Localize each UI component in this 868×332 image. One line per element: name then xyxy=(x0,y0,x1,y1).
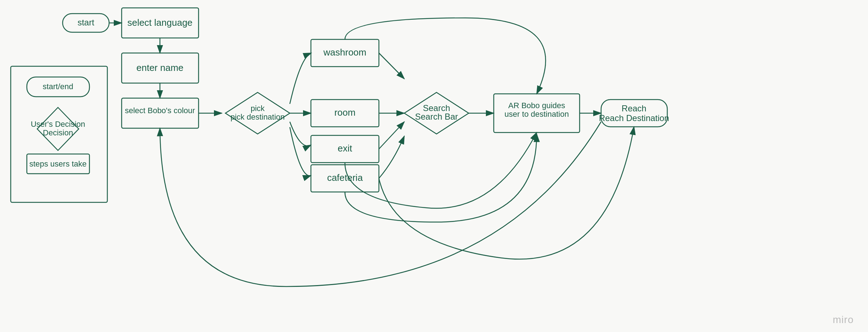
arrow-pick-cafeteria xyxy=(290,127,311,176)
miro-watermark: miro xyxy=(833,314,854,326)
arrow-cafeteria-reach xyxy=(379,127,634,259)
pick-destination-label2: pick destination xyxy=(230,112,285,121)
arrow-washroom-searchbar xyxy=(379,53,404,79)
pick-destination-label: pick xyxy=(250,104,265,113)
flowchart-diagram: start/end User's Decision Decision steps… xyxy=(0,0,868,332)
reach-destination-label2: Reach Destination xyxy=(599,113,669,123)
start-label: start xyxy=(78,18,94,27)
reach-destination-label: Reach xyxy=(621,104,646,113)
arrow-cafeteria-searchbar xyxy=(379,136,404,178)
ar-bobo-label: AR Bobo guides xyxy=(508,101,565,110)
arrow-pick-washroom xyxy=(290,53,311,104)
exit-label: exit xyxy=(338,143,352,154)
arrow-cafeteria-arbobo xyxy=(345,134,537,222)
search-bar-label: Search xyxy=(423,103,450,113)
arrow-reach-selectcolour xyxy=(160,122,601,287)
room-label: room xyxy=(334,107,355,118)
legend-decision-label: User's Decision xyxy=(31,120,85,129)
select-colour-label: select Bobo's colour xyxy=(125,106,195,115)
search-bar-label2: Search Bar xyxy=(415,112,458,121)
cafeteria-label: cafeteria xyxy=(327,172,363,183)
select-language-label: select language xyxy=(127,17,192,28)
legend-startend-label: start/end xyxy=(43,82,73,91)
legend-decision-label2: Decision xyxy=(43,128,73,137)
ar-bobo-label2: user to destination xyxy=(504,110,569,119)
legend-steps-label: steps users take xyxy=(29,159,87,168)
washroom-label: washroom xyxy=(323,47,366,58)
enter-name-label: enter name xyxy=(136,62,184,73)
arrow-washroom-arbobo-over xyxy=(345,18,546,94)
arrow-exit-arbobo xyxy=(345,133,537,208)
